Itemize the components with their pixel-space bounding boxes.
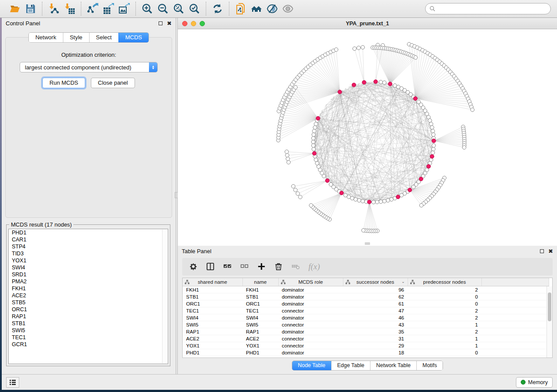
network-hub-node[interactable] <box>352 83 356 87</box>
network-node[interactable] <box>400 193 404 197</box>
network-node[interactable] <box>296 192 300 196</box>
network-hub-node[interactable] <box>316 117 320 120</box>
zoom-in-icon[interactable] <box>141 2 154 15</box>
network-hub-node[interactable] <box>338 90 342 94</box>
export-image-icon[interactable] <box>118 2 131 15</box>
show-graphics-details-icon[interactable] <box>281 2 294 15</box>
network-node[interactable] <box>314 122 318 126</box>
import-table-icon[interactable] <box>63 2 76 15</box>
network-node[interactable] <box>291 185 295 189</box>
network-window-titlebar[interactable]: YPA_prune.txt_1 <box>178 18 557 29</box>
network-node[interactable] <box>419 203 423 207</box>
network-node[interactable] <box>375 200 379 204</box>
run-mcds-button[interactable]: Run MCDS <box>42 78 85 88</box>
search-input[interactable] <box>438 6 547 12</box>
mcds-result-item[interactable]: ACE2 <box>9 292 168 299</box>
select-all-checkboxes-icon[interactable] <box>223 262 232 271</box>
network-node[interactable] <box>313 126 317 130</box>
mcds-result-item[interactable]: PHD1 <box>9 229 168 236</box>
network-node[interactable] <box>294 86 298 89</box>
open-file-icon[interactable] <box>8 2 21 15</box>
network-node[interactable] <box>379 200 383 204</box>
network-node[interactable] <box>361 45 365 49</box>
network-hub-node[interactable] <box>396 195 400 199</box>
mcds-result-item[interactable]: YOX1 <box>9 257 168 264</box>
network-hub-node[interactable] <box>374 80 377 84</box>
optimization-criterion-select[interactable]: largest connected component (undirected)… <box>20 62 158 72</box>
export-network-icon[interactable] <box>86 2 99 15</box>
table-row[interactable]: ORC1ORC1dominator610 <box>183 300 549 307</box>
network-node[interactable] <box>428 119 432 123</box>
close-panel-icon[interactable]: ✖ <box>167 21 172 26</box>
import-network-icon[interactable] <box>47 2 60 15</box>
zoom-selected-icon[interactable] <box>188 2 201 15</box>
network-node[interactable] <box>412 185 415 189</box>
network-hub-node[interactable] <box>432 139 436 143</box>
table-tab-edge-table[interactable]: Edge Table <box>331 361 370 370</box>
network-node[interactable] <box>362 228 366 232</box>
network-node[interactable] <box>386 199 390 203</box>
network-canvas[interactable] <box>178 29 557 246</box>
network-node[interactable] <box>312 147 316 151</box>
tab-select[interactable]: Select <box>89 33 118 42</box>
mcds-result-item[interactable]: GCR1 <box>9 341 168 348</box>
network-node[interactable] <box>431 151 435 155</box>
tab-mcds[interactable]: MCDS <box>118 33 149 42</box>
network-node[interactable] <box>471 108 474 112</box>
network-node[interactable] <box>432 144 436 148</box>
table-settings-icon[interactable] <box>189 262 197 271</box>
zoom-fit-icon[interactable] <box>172 2 185 15</box>
table-tab-network-table[interactable]: Network Table <box>370 361 416 370</box>
mcds-result-item[interactable]: TEC1 <box>9 334 168 341</box>
network-node[interactable] <box>372 200 376 204</box>
network-node[interactable] <box>357 46 361 50</box>
network-node[interactable] <box>357 199 361 203</box>
refresh-icon[interactable] <box>211 2 224 15</box>
network-node[interactable] <box>344 193 348 197</box>
column-header-shared-name[interactable]: shared name <box>183 278 242 286</box>
network-node[interactable] <box>432 133 436 137</box>
tab-network[interactable]: Network <box>29 33 63 42</box>
mcds-result-item[interactable]: CAR1 <box>9 236 168 243</box>
network-hub-node[interactable] <box>419 177 423 181</box>
network-hub-node[interactable] <box>367 200 371 204</box>
mcds-result-item[interactable]: RAP1 <box>9 313 168 320</box>
column-header-predecessor-nodes[interactable]: predecessor nodes <box>408 278 481 286</box>
mcds-result-item[interactable]: SWI4 <box>9 264 168 271</box>
table-row[interactable]: TEC1TEC1connector472 <box>183 307 549 314</box>
table-row[interactable]: FKH1FKH1dominator962 <box>183 286 549 293</box>
network-node[interactable] <box>431 129 435 133</box>
network-hub-node[interactable] <box>325 179 329 182</box>
mcds-result-item[interactable]: STB1 <box>9 320 168 327</box>
network-hub-node[interactable] <box>413 96 417 100</box>
table-row[interactable]: SWI4SWI4dominator462 <box>183 314 549 321</box>
network-node[interactable] <box>314 158 318 162</box>
delete-column-icon[interactable] <box>274 262 283 271</box>
network-node[interactable] <box>354 197 358 201</box>
network-node[interactable] <box>361 199 365 203</box>
network-node[interactable] <box>390 197 394 201</box>
network-node[interactable] <box>430 126 434 130</box>
mcds-result-item[interactable]: TID3 <box>9 250 168 257</box>
network-node[interactable] <box>462 145 466 149</box>
table-row[interactable]: PHD1PHD1dominator180 <box>183 349 549 356</box>
network-node[interactable] <box>285 153 289 157</box>
table-row[interactable]: SWI5SWI5connector431 <box>183 321 549 328</box>
network-hub-node[interactable] <box>427 165 431 168</box>
network-node[interactable] <box>311 136 315 140</box>
close-panel-button[interactable]: Close panel <box>91 78 135 88</box>
network-node[interactable] <box>294 188 298 192</box>
network-node[interactable] <box>353 47 356 51</box>
home-icon[interactable] <box>250 2 263 15</box>
tab-style[interactable]: Style <box>63 33 89 42</box>
mcds-result-list[interactable]: PHD1CAR1STP4TID3YOX1SWI4SRD1PMA2FKH1ACE2… <box>8 229 168 364</box>
mcds-result-item[interactable]: FKH1 <box>9 285 168 292</box>
table-row[interactable]: YOX1YOX1connector291 <box>183 342 549 349</box>
node-table[interactable]: shared namenameMCDS rolesuccessor nodes⌄… <box>182 278 553 358</box>
network-node[interactable] <box>315 162 319 165</box>
network-node[interactable] <box>312 133 316 137</box>
network-node[interactable] <box>432 147 436 151</box>
network-node[interactable] <box>287 160 291 164</box>
network-node[interactable] <box>309 203 313 207</box>
list-scrollbar[interactable] <box>162 230 167 363</box>
